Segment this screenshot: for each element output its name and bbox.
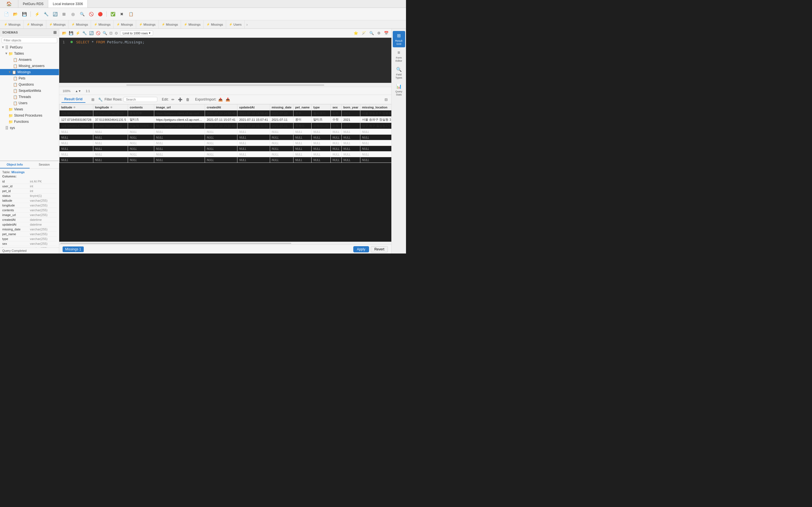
filter-search-input[interactable] — [123, 97, 157, 102]
bookmark-icon[interactable]: ⭐ — [353, 31, 359, 36]
tree-missing-answers[interactable]: ▶ 📋 Missing_answers — [0, 63, 59, 69]
result-layout-icon[interactable]: ⊟ — [383, 96, 389, 103]
magnify-icon[interactable]: 🔍 — [369, 31, 374, 36]
zoom-stepper[interactable]: ▲▼ — [75, 89, 81, 93]
table-row[interactable]: NULLNULLNULLNULLNULLNULLNULLNULLNULLNULL… — [59, 146, 392, 152]
tree-stored-procedures[interactable]: ▶ 📁 Stored Procedures — [0, 112, 59, 119]
table-scrollbar[interactable] — [60, 243, 291, 244]
export-icon[interactable]: 📤 — [217, 96, 223, 103]
toolbar-execute[interactable]: ⚡ — [33, 10, 41, 18]
execute-icon[interactable]: ⚡ — [75, 31, 81, 36]
toolbar-export[interactable]: 📋 — [127, 10, 135, 18]
execute-all-icon[interactable]: 🔄 — [89, 31, 94, 36]
toolbar-settings[interactable]: 🔧 — [42, 10, 50, 18]
col-header-pet-name[interactable]: pet_name — [293, 105, 311, 110]
stop-icon[interactable]: 🚫 — [95, 31, 101, 36]
toolbar-search[interactable]: 🔍 — [78, 10, 86, 18]
toolbar-open[interactable]: 📂 — [11, 10, 19, 18]
toolbar-circle[interactable]: ◎ — [69, 10, 77, 18]
adjust-icon[interactable]: ⚙ — [377, 31, 381, 36]
tab-petguru-rds[interactable]: PetGuru RDS — [18, 0, 48, 8]
revert-button[interactable]: Revert — [371, 246, 388, 252]
apply-button[interactable]: Apply — [353, 246, 369, 252]
query-filter-icon[interactable]: ⊡ — [109, 31, 113, 36]
sidebar-search-input[interactable] — [2, 38, 57, 43]
home-button[interactable]: 🏠 — [0, 0, 18, 8]
col-header-sex[interactable]: sex — [331, 105, 342, 110]
table-row[interactable]: NULLNULLNULLNULLNULLNULLNULLNULLNULLNULL… — [59, 157, 392, 163]
table-row[interactable]: 127.0718459319072837.51190634641131 5말티즈… — [59, 117, 392, 123]
table-row[interactable]: 126.8921056793352937.54010279872522호두마루h… — [59, 110, 392, 117]
query-options-icon[interactable]: ⊙ — [114, 31, 118, 36]
tree-questions[interactable]: ▶ 📋 Questions — [0, 81, 59, 88]
table-row[interactable]: NULLNULLNULLNULLNULLNULLNULLNULLNULLNULL… — [59, 129, 392, 135]
tab-object-info[interactable]: Object Info — [0, 161, 30, 168]
missings-tab-btn[interactable]: Missings 1 — [63, 246, 84, 252]
import-icon[interactable]: 📥 — [225, 96, 231, 103]
panel-btn-result-grid[interactable]: ⊞ Result Grid — [393, 31, 405, 47]
open-folder-icon[interactable]: 📂 — [61, 31, 67, 36]
nav-tab-5[interactable]: ⚡ Missings — [114, 20, 136, 29]
table-row[interactable]: NULLNULLNULLNULLNULLNULLNULLNULLNULLNULL… — [59, 152, 392, 157]
tree-views[interactable]: ▶ 📁 Views — [0, 106, 59, 112]
edit-pencil-icon[interactable]: ✏ — [170, 96, 176, 103]
tree-answers[interactable]: ▶ 📋 Answers — [0, 57, 59, 63]
col-header-latitude[interactable]: latitude⊕ — [59, 105, 93, 110]
tree-users[interactable]: ▶ 📋 Users — [0, 100, 59, 106]
toolbar-new-file[interactable]: 📄 — [2, 10, 10, 18]
nav-tab-8[interactable]: ⚡ Missings — [181, 20, 204, 29]
col-header-longitude[interactable]: longitude⊕ — [93, 105, 128, 110]
tree-sequelizeMeta[interactable]: ▶ 📋 SequelizeMeta — [0, 88, 59, 94]
calendar-icon[interactable]: 📅 — [384, 31, 389, 36]
tree-missings[interactable]: ▶ 📋 Missings — [0, 69, 59, 75]
table-row[interactable]: NULLNULLNULLNULLNULLNULLNULLNULLNULLNULL… — [59, 135, 392, 140]
tree-sys[interactable]: ▶ 🗄 sys — [0, 125, 59, 131]
toolbar-grid[interactable]: ⊞ — [60, 10, 68, 18]
panel-btn-form-editor[interactable]: ≡ Form Editor — [393, 48, 405, 64]
tab-local-instance[interactable]: Local instance 3306 — [48, 0, 88, 8]
execute-current-icon[interactable]: 🔧 — [82, 31, 87, 36]
nav-tab-4[interactable]: ⚡ Missings — [91, 20, 114, 29]
tree-tables[interactable]: ▶ 📁 Tables — [0, 50, 59, 57]
col-header-contents[interactable]: contents — [128, 105, 154, 110]
edit-delete-icon[interactable]: 🗑 — [185, 96, 191, 103]
col-header-image-url[interactable]: image_url — [154, 105, 205, 110]
panel-btn-query-stats[interactable]: 📊 Query Stats — [393, 82, 405, 98]
nav-tab-6[interactable]: ⚡ Missings — [136, 20, 159, 29]
tree-functions[interactable]: ▶ 📁 Functions — [0, 119, 59, 125]
tree-threads[interactable]: ▶ 📋 Threads — [0, 94, 59, 100]
tree-petguru[interactable]: ▶ 🗄 PetGuru — [0, 44, 59, 50]
toolbar-refresh[interactable]: 🔄 — [51, 10, 59, 18]
result-grid-tab[interactable]: Result Grid — [61, 96, 86, 103]
nav-tab-7[interactable]: ⚡ Missings — [159, 20, 181, 29]
toolbar-stop[interactable]: 🚫 — [87, 10, 95, 18]
editor-scrollbar[interactable] — [126, 84, 324, 86]
tree-pets[interactable]: ▶ 📋 Pets — [0, 75, 59, 81]
col-header-missing-location[interactable]: missing_location — [360, 105, 391, 110]
filter-options-icon[interactable]: 🔧 — [97, 96, 103, 103]
query-search-icon[interactable]: 🔍 — [102, 31, 108, 36]
save-query-icon[interactable]: 💾 — [68, 31, 74, 36]
nav-tab-3[interactable]: ⚡ Missings — [68, 20, 91, 29]
table-row[interactable]: 128.596881479992535.8807893243552하늘채 아파트… — [59, 123, 392, 129]
edit-row-icon[interactable]: ➕ — [177, 96, 183, 103]
nav-tab-2[interactable]: ⚡ Missings — [46, 20, 69, 29]
panel-btn-field-types[interactable]: 🔍 Field Types — [393, 65, 405, 81]
table-row[interactable]: NULLNULLNULLNULLNULLNULLNULLNULLNULLNULL… — [59, 140, 392, 146]
col-header-born-year[interactable]: born_year — [342, 105, 360, 110]
col-header-updatedAt[interactable]: updatedAt — [238, 105, 270, 110]
tab-session[interactable]: Session — [30, 161, 59, 168]
nav-tab-1[interactable]: ⚡ Missings — [24, 20, 46, 29]
toolbar-red[interactable]: 🔴 — [96, 10, 104, 18]
nav-tab-users[interactable]: ⚡ Users — [226, 20, 245, 29]
col-header-missing-date[interactable]: missing_date — [270, 105, 293, 110]
toolbar-check[interactable]: ✅ — [109, 10, 117, 18]
col-header-type[interactable]: type — [312, 105, 331, 110]
wand-icon[interactable]: 🪄 — [361, 31, 366, 36]
nav-tab-0[interactable]: ⚡ Missings — [1, 20, 24, 29]
col-header-createdAt[interactable]: createdAt — [205, 105, 238, 110]
sql-editor[interactable]: 1 SELECT * FROM PetGuru.Missings; — [59, 38, 391, 83]
filter-grid-icon[interactable]: ⊞ — [90, 96, 96, 103]
schemas-toggle[interactable]: ⊞ — [53, 30, 57, 35]
toolbar-cancel[interactable]: ✖ — [118, 10, 126, 18]
